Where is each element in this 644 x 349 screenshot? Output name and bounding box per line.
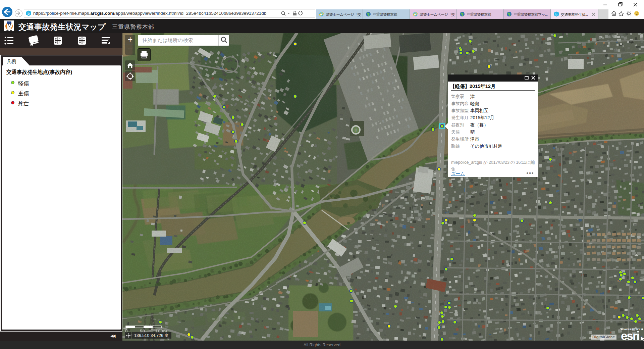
svg-text:e: e xyxy=(320,13,322,16)
svg-text:b: b xyxy=(555,12,557,16)
svg-text:b: b xyxy=(28,12,30,15)
svg-text:e: e xyxy=(414,13,416,16)
